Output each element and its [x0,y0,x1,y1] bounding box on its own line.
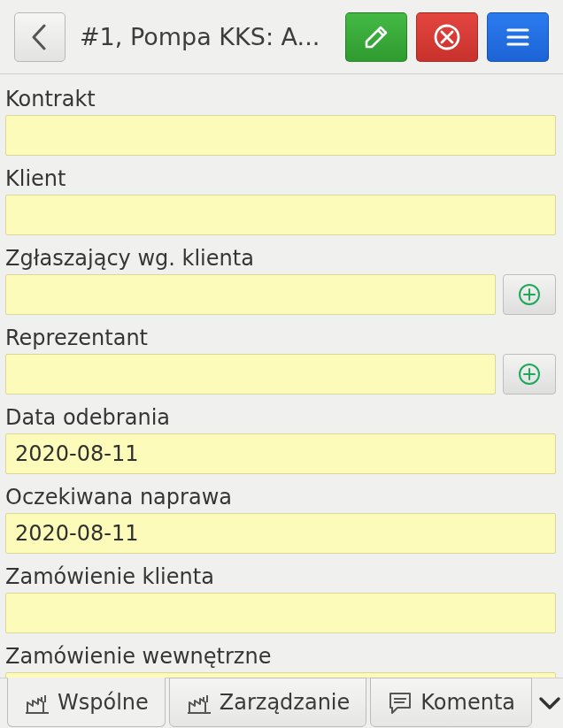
close-button[interactable] [416,12,478,62]
tab-label: Komenta [420,690,515,715]
chevron-left-icon [29,24,50,50]
content-area: Kontrakt Klient Zgłaszający wg. klienta … [0,74,563,678]
close-circle-icon [432,22,462,52]
tab-bar: Wspólne Zarządzanie Komenta [0,678,563,728]
label-reprezentant: Reprezentant [4,320,558,354]
label-oczekiwana: Oczekiwana naprawa [4,479,558,513]
input-zglaszajacy[interactable] [5,274,496,315]
hamburger-icon [503,22,533,52]
plus-circle-icon [518,283,541,306]
factory-icon [186,690,212,715]
back-button[interactable] [14,12,66,62]
label-zam-wewn: Zamówienie wewnętrzne [4,639,558,672]
label-klient: Klient [4,161,558,195]
tab-komentarz[interactable]: Komenta [370,678,532,727]
tab-wspolne[interactable]: Wspólne [7,678,166,727]
tab-zarzadzanie[interactable]: Zarządzanie [169,678,367,727]
pencil-icon [361,22,391,52]
factory-icon [24,690,50,715]
tabs-overflow-button[interactable] [536,678,563,728]
label-zam-klienta: Zamówienie klienta [4,559,558,593]
chevron-down-icon [538,694,561,712]
label-kontrakt: Kontrakt [4,81,558,115]
page-title: #1, Pompa KKS: A... [74,23,336,50]
toolbar: #1, Pompa KKS: A... [0,0,563,74]
input-kontrakt[interactable] [5,115,556,156]
input-zam-klienta[interactable] [5,593,556,633]
form-scroll[interactable]: Kontrakt Klient Zgłaszający wg. klienta … [0,74,563,678]
label-data-odebrania: Data odebrania [4,400,558,433]
add-zglaszajacy-button[interactable] [503,274,556,315]
plus-circle-icon [518,363,541,386]
menu-button[interactable] [487,12,549,62]
tab-label: Zarządzanie [220,690,351,715]
input-oczekiwana[interactable]: 2020-08-11 [5,513,556,554]
input-reprezentant[interactable] [5,354,496,395]
label-zglaszajacy: Zgłaszający wg. klienta [4,241,558,274]
tab-label: Wspólne [58,690,149,715]
input-data-odebrania[interactable]: 2020-08-11 [5,433,556,474]
comment-icon [387,690,413,715]
input-klient[interactable] [5,195,556,235]
add-reprezentant-button[interactable] [503,354,556,395]
edit-button[interactable] [345,12,407,62]
